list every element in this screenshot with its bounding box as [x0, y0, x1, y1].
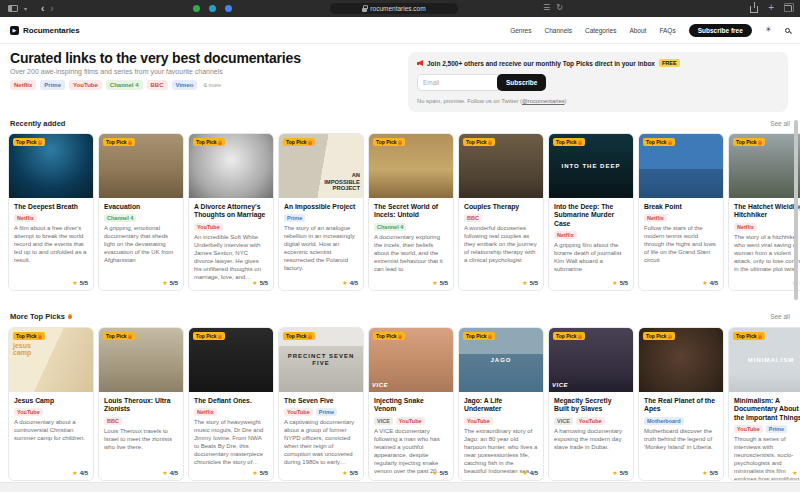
filter-chip-netflix[interactable]: Netflix	[10, 80, 36, 90]
extension-icon-2[interactable]	[209, 5, 216, 12]
share-icon[interactable]	[750, 6, 758, 13]
doc-rating: ★ 5/5	[702, 470, 718, 476]
channel-chip-motherboard: Motherboard	[644, 417, 684, 425]
doc-rating: ★ 5/5	[792, 470, 800, 476]
doc-thumbnail: Top Pick	[369, 134, 453, 198]
channel-chip-prime: Prime	[766, 425, 787, 433]
doc-title: Megacity Secretly Built by Slaves	[554, 397, 628, 414]
nav-channels[interactable]: Channels	[544, 27, 571, 34]
thumbnail-title-text: VICE	[552, 382, 568, 389]
forward-icon[interactable]: ›	[50, 4, 53, 14]
doc-card[interactable]: Top Pick jesus camp Jesus Camp YouTube A…	[8, 327, 94, 481]
doc-card[interactable]: Top Pick The Secret World of Incels: Unt…	[368, 133, 454, 291]
email-field[interactable]	[417, 74, 499, 91]
theme-sun-icon[interactable]: ☀	[765, 26, 772, 34]
top-pick-label: Top Pick	[286, 139, 306, 145]
top-pick-label: Top Pick	[466, 139, 486, 145]
top-pick-label: Top Pick	[376, 333, 396, 339]
top-pick-label: Top Pick	[736, 333, 756, 339]
rating-value: 5/5	[530, 280, 538, 286]
see-all-link-more-top-picks[interactable]: See all	[770, 313, 790, 320]
top-pick-badge: Top Pick	[553, 138, 585, 146]
doc-thumbnail: Top Pick jesus camp	[9, 328, 93, 392]
doc-card[interactable]: Top Pick Louis Theroux: Ultra Zionists B…	[98, 327, 184, 481]
site-logo[interactable]: ▶ Rocumentaries	[10, 26, 80, 35]
doc-card[interactable]: Top Pick VICE Megacity Secretly Built by…	[548, 327, 634, 481]
doc-description: A captivating documentary about a group …	[284, 419, 358, 466]
top-pick-label: Top Pick	[376, 139, 396, 145]
doc-card[interactable]: Top Pick AN IMPOSSIBLE PROJECT An Imposs…	[278, 133, 364, 291]
footnote-text: No spam, promise. Follow us on Twitter (	[417, 98, 522, 104]
trophy-icon: ★	[162, 280, 167, 286]
doc-card[interactable]: Top Pick VICE Injecting Snake Venom VICE…	[368, 327, 454, 481]
doc-rating: ★ 4/5	[522, 470, 538, 476]
doc-description: The story of heavyweight music moguls, D…	[194, 419, 268, 466]
channel-chip-prime: Prime	[284, 214, 305, 222]
cards-row: Top Pick The Deepest Breath Netflix A fi…	[8, 133, 800, 291]
doc-card[interactable]: Top Pick PRECINCT SEVEN FIVE The Seven F…	[278, 327, 364, 481]
doc-thumbnail: Top Pick	[189, 328, 273, 392]
doc-card[interactable]: Top Pick The Defiant Ones. Netflix The s…	[188, 327, 274, 481]
doc-card[interactable]: Top Pick MINIMALISM Minimalism: A Docume…	[728, 327, 800, 481]
doc-description: Follow the stars of the modern tennis wo…	[644, 225, 718, 265]
reload-icon[interactable]: ↻	[556, 4, 563, 12]
thumbnail-title-text: MINIMALISM	[729, 357, 800, 364]
nav-categories[interactable]: Categories	[585, 27, 616, 34]
search-icon[interactable]	[785, 28, 790, 33]
extension-icons	[193, 5, 232, 12]
doc-card[interactable]: Top Pick Couples Therapy BBC A wonderful…	[458, 133, 544, 291]
filter-chip-prime[interactable]: Prime	[40, 80, 65, 90]
doc-card[interactable]: Top Pick Evacuation Channel 4 A gripping…	[98, 133, 184, 291]
rating-value: 5/5	[440, 470, 448, 476]
filter-chip-vimeo[interactable]: Vimeo	[172, 80, 198, 90]
doc-thumbnail: Top Pick	[9, 134, 93, 198]
doc-card[interactable]: Top Pick Break Point Netflix Follow the …	[638, 133, 724, 291]
extension-icon-3[interactable]	[225, 5, 232, 12]
doc-card[interactable]: Top Pick JAGO Jago: A Life Underwater Yo…	[458, 327, 544, 481]
address-bar[interactable]: rocumentaries.com	[330, 3, 458, 14]
nav-about[interactable]: About	[629, 27, 646, 34]
newsletter-subscribe-button[interactable]: Subscribe	[497, 74, 546, 91]
subscribe-free-button[interactable]: Subscribe free	[689, 24, 752, 37]
trophy-icon: ★	[342, 280, 347, 286]
more-channels-label: & more	[203, 82, 221, 88]
doc-card[interactable]: Top Pick The Hatchet Wielding Hitchhiker…	[728, 133, 800, 291]
newsletter-box: Join 2,500+ others and receive our month…	[408, 52, 788, 112]
filter-chip-youtube[interactable]: YouTube	[69, 80, 102, 90]
doc-rating: ★ 4/5	[72, 470, 88, 476]
sidebar-panel-icon[interactable]	[8, 5, 18, 12]
twitter-link[interactable]: @rocumentaries	[522, 98, 565, 104]
top-pick-badge: Top Pick	[463, 332, 495, 340]
flame-icon	[38, 334, 42, 339]
doc-card[interactable]: Top Pick A Divorce Attorney's Thoughts o…	[188, 133, 274, 291]
extension-icon-1[interactable]	[193, 5, 200, 12]
trophy-icon: ★	[612, 470, 617, 476]
tab-overview-icon[interactable]	[784, 5, 792, 12]
doc-rating: ★ 5/5	[612, 280, 628, 286]
thumbnail-title-text: AN IMPOSSIBLE PROJECT	[318, 172, 360, 192]
rating-value: 5/5	[710, 470, 718, 476]
browser-chrome: ▾ ‹ › rocumentaries.com ☰ ↻ +	[0, 0, 800, 17]
see-all-link-recently-added[interactable]: See all	[770, 120, 790, 127]
doc-title: The Real Planet of the Apes	[644, 397, 718, 414]
doc-card[interactable]: Top Pick The Real Planet of the Apes Mot…	[638, 327, 724, 481]
nav-genres[interactable]: Genres	[510, 27, 531, 34]
doc-rating: ★ 4/5	[162, 470, 178, 476]
doc-thumbnail: Top Pick	[729, 134, 800, 198]
trophy-icon: ★	[522, 280, 527, 286]
reader-icon[interactable]: ☰	[543, 4, 550, 12]
main-nav: GenresChannelsCategoriesAboutFAQs	[510, 27, 676, 34]
chevron-down-icon[interactable]: ▾	[24, 6, 27, 12]
back-icon[interactable]: ‹	[41, 4, 44, 14]
filter-chip-channel-4[interactable]: Channel 4	[106, 80, 143, 90]
doc-card[interactable]: Top Pick INTO THE DEEP Into the Deep: Th…	[548, 133, 634, 291]
filter-chip-bbc[interactable]: BBC	[147, 80, 168, 90]
new-tab-icon[interactable]: +	[768, 3, 774, 13]
nav-faqs[interactable]: FAQs	[659, 27, 675, 34]
thumbnail-title-text: PRECINCT SEVEN FIVE	[279, 353, 363, 367]
trophy-icon: ★	[72, 470, 77, 476]
doc-description: An incredible Soft White Underbelly inte…	[194, 234, 268, 281]
doc-title: Injecting Snake Venom	[374, 397, 448, 414]
doc-card[interactable]: Top Pick The Deepest Breath Netflix A fi…	[8, 133, 94, 291]
vertical-scrollbar[interactable]	[794, 120, 798, 300]
